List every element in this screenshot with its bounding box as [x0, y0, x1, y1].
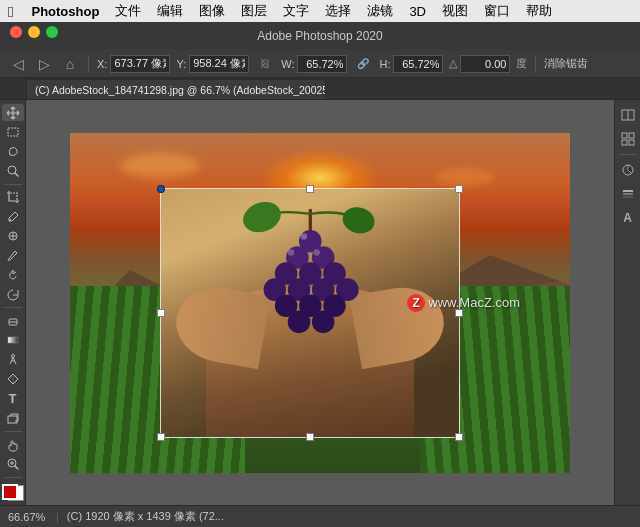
h-label: H: [379, 58, 390, 70]
watermark-text: www.MacZ.com [428, 295, 520, 310]
menu-select[interactable]: 选择 [317, 0, 359, 22]
menu-filter[interactable]: 滤镜 [359, 0, 401, 22]
h-input[interactable] [393, 55, 443, 73]
healing-tool[interactable] [2, 228, 24, 245]
eraser-tool[interactable] [2, 312, 24, 329]
angle-icon: △ [449, 57, 457, 70]
menu-file[interactable]: 文件 [107, 0, 149, 22]
maximize-button[interactable] [46, 26, 58, 38]
menu-photoshop[interactable]: Photoshop [23, 0, 107, 22]
menu-edit[interactable]: 编辑 [149, 0, 191, 22]
tool-sep-4 [4, 477, 22, 478]
y-field: Y: [176, 55, 249, 73]
document-info: (C) 1920 像素 x 1439 像素 (72... [67, 509, 224, 524]
app-title: Adobe Photoshop 2020 [257, 29, 382, 43]
crop-tool[interactable] [2, 189, 24, 206]
menu-text[interactable]: 文字 [275, 0, 317, 22]
grid-icon[interactable] [617, 128, 639, 150]
menu-help[interactable]: 帮助 [518, 0, 560, 22]
svg-rect-5 [8, 337, 18, 343]
menu-layer[interactable]: 图层 [233, 0, 275, 22]
right-sep-1 [619, 154, 637, 155]
grapes-svg [206, 201, 415, 362]
adjustment-icon[interactable] [617, 159, 639, 181]
workspace: T [0, 100, 640, 505]
watermark-z: Z [407, 294, 425, 312]
cloud2 [435, 168, 495, 186]
handle-bottom-right[interactable] [455, 433, 463, 441]
cloud1 [120, 153, 200, 178]
gradient-tool[interactable] [2, 332, 24, 349]
lasso-tool[interactable] [2, 143, 24, 160]
layer-comp-icon[interactable] [617, 183, 639, 205]
tab-bar: (C) AdobeStock_184741298.jpg @ 66.7% (Ad… [0, 78, 640, 100]
handle-bottom-center[interactable] [306, 433, 314, 441]
color-swatch[interactable] [2, 484, 24, 501]
menu-window[interactable]: 窗口 [476, 0, 518, 22]
handle-middle-left[interactable] [157, 309, 165, 317]
link-icon[interactable]: 🔗 [353, 54, 373, 74]
quick-select-tool[interactable] [2, 162, 24, 179]
rectangular-marquee-tool[interactable] [2, 123, 24, 140]
y-input[interactable] [189, 55, 249, 73]
transform-box[interactable] [160, 188, 460, 438]
tool-sep-3 [4, 431, 22, 432]
close-button[interactable] [10, 26, 22, 38]
x-input[interactable] [110, 55, 170, 73]
clone-stamp-tool[interactable] [2, 267, 24, 284]
character-icon[interactable]: A [617, 207, 639, 229]
y-label: Y: [176, 58, 186, 70]
traffic-lights [10, 26, 58, 38]
angle-field: △ [449, 55, 510, 73]
right-toolbar: A [614, 100, 640, 505]
svg-point-29 [300, 233, 306, 239]
history-brush-tool[interactable] [2, 286, 24, 303]
w-field: W: [281, 55, 347, 73]
left-toolbar: T [0, 100, 26, 505]
zoom-level: 66.67% [8, 511, 48, 523]
handle-top-left[interactable] [157, 185, 165, 193]
svg-point-12 [238, 201, 284, 237]
status-sep: | [56, 511, 59, 523]
chain-icon[interactable]: ⛓ [255, 54, 275, 74]
degree-label: 度 [516, 56, 527, 71]
text-tool[interactable]: T [2, 390, 24, 407]
angle-input[interactable] [460, 55, 510, 73]
apple-menu[interactable]:  [8, 3, 13, 20]
foreground-color[interactable] [2, 484, 18, 500]
dodge-tool[interactable] [2, 351, 24, 368]
w-input[interactable] [297, 55, 347, 73]
tool-sep-2 [4, 307, 22, 308]
menu-image[interactable]: 图像 [191, 0, 233, 22]
panels-toggle[interactable] [617, 104, 639, 126]
minimize-button[interactable] [28, 26, 40, 38]
hand-tool[interactable] [2, 436, 24, 453]
handle-bottom-left[interactable] [157, 433, 165, 441]
move-tool[interactable] [2, 104, 24, 121]
svg-point-31 [313, 249, 319, 255]
title-bar: Adobe Photoshop 2020 [0, 22, 640, 50]
home-icon[interactable]: ⌂ [60, 54, 80, 74]
shape-tool[interactable] [2, 410, 24, 427]
text-tool-label: T [9, 391, 17, 406]
document-tab[interactable]: (C) AdobeStock_184741298.jpg @ 66.7% (Ad… [26, 79, 326, 99]
forward-icon[interactable]: ▷ [34, 54, 54, 74]
svg-rect-0 [8, 128, 18, 136]
options-bar: ◁ ▷ ⌂ X: Y: ⛓ W: 🔗 H: △ 度 消除锯齿 [0, 50, 640, 78]
handle-top-right[interactable] [455, 185, 463, 193]
x-label: X: [97, 58, 107, 70]
eyedropper-tool[interactable] [2, 208, 24, 225]
back-icon[interactable]: ◁ [8, 54, 28, 74]
handle-top-center[interactable] [306, 185, 314, 193]
brush-tool[interactable] [2, 247, 24, 264]
svg-point-13 [339, 204, 377, 237]
zoom-tool[interactable] [2, 455, 24, 472]
pen-tool[interactable] [2, 371, 24, 388]
menu-bar:  Photoshop 文件 编辑 图像 图层 文字 选择 滤镜 3D 视图 窗… [0, 0, 640, 22]
svg-rect-7 [8, 416, 17, 423]
menu-view[interactable]: 视图 [434, 0, 476, 22]
svg-rect-35 [629, 133, 634, 138]
cancel-alias-label: 消除锯齿 [544, 56, 588, 71]
menu-3d[interactable]: 3D [401, 0, 434, 22]
options-sep-1 [88, 55, 89, 73]
